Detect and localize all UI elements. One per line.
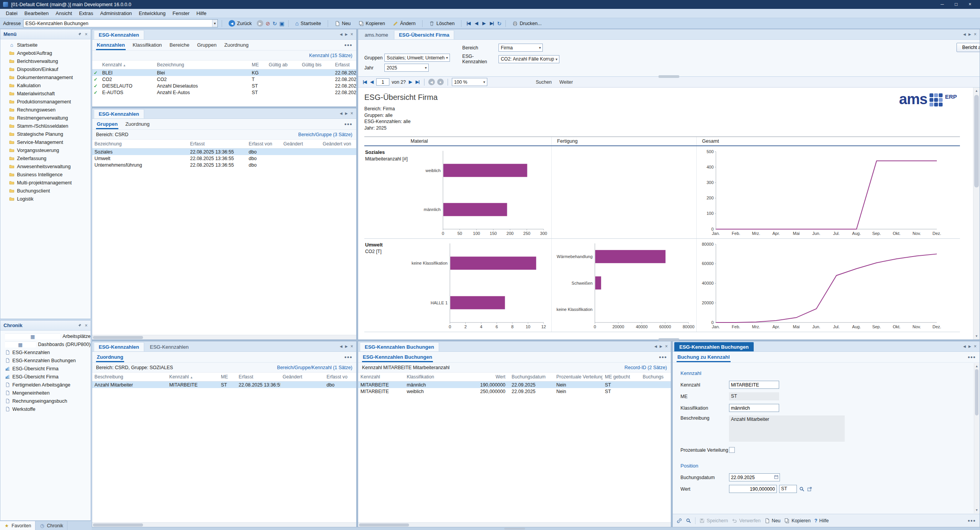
- record-count-link[interactable]: Record-ID (2 Sätze): [625, 365, 667, 370]
- table-row[interactable]: ✓DIESELAUTOAnzahl DieselautosST22.08.202…: [92, 83, 356, 89]
- reload-records-icon[interactable]: ↻: [497, 21, 502, 26]
- table-row[interactable]: MITARBEITEmännlich190,00000022.09.2025Ne…: [358, 381, 671, 388]
- tab-esg-kennzahlen-buchungen[interactable]: ESG-Kennzahlen Buchungen: [362, 352, 433, 362]
- sidebar-item-rechnungswesen[interactable]: Rechnungswesen: [0, 106, 91, 114]
- chronik-item-esg-kennzahlen-buchungen[interactable]: ESG-Kennzahlen Buchungen: [0, 356, 91, 365]
- open-record-icon[interactable]: [807, 486, 812, 492]
- column-header[interactable]: Buchungsdatum: [509, 374, 554, 380]
- column-header[interactable]: ME gebucht: [603, 374, 640, 380]
- column-header[interactable]: Kennzahl▲: [100, 62, 155, 68]
- scroll-up-icon[interactable]: ▲: [973, 88, 980, 94]
- bottom-tab-favoriten[interactable]: ★Favoriten: [0, 521, 35, 530]
- scroll-up-icon[interactable]: ▲: [974, 363, 979, 370]
- column-header[interactable]: Erfasst: [188, 141, 246, 147]
- more-options-icon[interactable]: ●●●: [344, 352, 352, 362]
- close-panel-icon[interactable]: ×: [350, 111, 353, 116]
- menu-extras[interactable]: Extras: [76, 9, 97, 18]
- prev-page-icon[interactable]: ◀: [370, 79, 374, 84]
- maximize-button[interactable]: □: [949, 0, 963, 9]
- last-page-icon[interactable]: ▶|: [415, 79, 420, 84]
- help-button[interactable]: ? Hilfe: [815, 518, 829, 523]
- scroll-tabs-left-icon[interactable]: ◀: [963, 32, 966, 36]
- page-number-input[interactable]: [376, 78, 389, 86]
- column-header[interactable]: Kennzahl▲: [167, 374, 219, 380]
- scrollbar-thumb[interactable]: [359, 523, 409, 527]
- klassifikation-input[interactable]: [729, 404, 779, 412]
- table-row[interactable]: ✓E-AUTOSAnzahl E-AutosST22.08.2025: [92, 89, 356, 96]
- close-panel-icon[interactable]: ×: [85, 323, 88, 328]
- pin-icon[interactable]: [77, 32, 82, 36]
- sidebar-item-strategische-planung[interactable]: Strategische Planung: [0, 130, 91, 138]
- address-combobox[interactable]: ESG-Kennzahlen Buchungen ▾: [23, 19, 218, 27]
- close-panel-icon[interactable]: ×: [974, 32, 977, 37]
- table-row[interactable]: Umwelt22.08.2025 13:36:55dbo: [92, 155, 356, 162]
- table-row[interactable]: Soziales22.08.2025 13:36:55dbo: [92, 149, 356, 155]
- search-icon[interactable]: [686, 518, 691, 523]
- scroll-down-icon[interactable]: ▼: [973, 333, 980, 339]
- panel-tab[interactable]: ESG-Kennzahlen: [145, 342, 194, 351]
- esg-kennzahlen-select[interactable]: CO2: Anzahl Fälle Korruption ur ▾: [498, 55, 559, 63]
- scroll-tabs-right-icon[interactable]: ▶: [968, 32, 971, 36]
- sidebar-item-angebot-auftrag[interactable]: Angebot/Auftrag: [0, 49, 91, 57]
- close-panel-icon[interactable]: ×: [85, 32, 88, 37]
- more-options-icon[interactable]: ●●●: [344, 119, 352, 129]
- buchungsdatum-input[interactable]: [729, 473, 780, 481]
- chronik-item-esg-übersicht-firma[interactable]: ESG-Übersicht Firma: [0, 365, 91, 373]
- sidebar-item-berichtsverwaltung[interactable]: Berichtsverwaltung: [0, 57, 91, 65]
- tab-klassifikation[interactable]: Klassifikation: [132, 40, 163, 50]
- sidebar-item-zeiterfassung[interactable]: Zeiterfassung: [0, 154, 91, 162]
- splitter-grip[interactable]: [658, 75, 679, 78]
- column-header[interactable]: Buchungs: [640, 374, 671, 380]
- gruppen-select[interactable]: Soziales; Umwelt; Unternehmer ▾: [384, 54, 450, 62]
- chronik-item-esg-kennzahlen[interactable]: ESG-Kennzahlen: [0, 348, 91, 356]
- jahr-select[interactable]: 2025 ▾: [384, 64, 429, 72]
- scroll-tabs-right-icon[interactable]: ▶: [660, 344, 662, 348]
- tab-buchung-zu-kennzahl[interactable]: Buchung zu Kennzahl: [677, 352, 731, 362]
- chronik-item-esg-übersicht-firma[interactable]: ESG-Übersicht Firma: [0, 373, 91, 381]
- more-options-icon[interactable]: ●●●: [659, 352, 667, 362]
- lookup-search-icon[interactable]: [799, 486, 805, 492]
- scrollbar-thumb[interactable]: [974, 95, 979, 187]
- new-button[interactable]: Neu: [764, 518, 781, 523]
- record-count-link[interactable]: Bereich/Gruppe/Kennzahl (1 Sätze): [277, 365, 352, 370]
- kennzahl-input[interactable]: [729, 381, 779, 389]
- table-row[interactable]: MITARBEITEweiblich250,00000022.09.2025Ne…: [358, 388, 671, 395]
- save-button[interactable]: Speichern: [699, 518, 728, 523]
- panel-tab[interactable]: ESG-Kennzahlen Buchungen: [674, 342, 754, 351]
- home-button[interactable]: ⌂ Startseite: [293, 20, 324, 27]
- sidebar-item-buchungsclient[interactable]: Buchungsclient: [0, 187, 91, 195]
- wert-input[interactable]: [729, 485, 777, 493]
- panel-tab[interactable]: ams.home: [360, 30, 393, 39]
- column-header[interactable]: Erfasst: [236, 374, 280, 380]
- column-header[interactable]: ME: [219, 374, 236, 380]
- table-row[interactable]: Anzahl MitarbeiterMITARBEITEST22.08.2025…: [92, 381, 356, 388]
- sidebar-item-startseite[interactable]: ⌂Startseite: [0, 41, 91, 49]
- column-header[interactable]: Geändert: [280, 374, 324, 380]
- table-row[interactable]: Unternehmensführung22.08.2025 13:36:55db…: [92, 162, 356, 168]
- discard-button[interactable]: Verwerfen: [732, 518, 760, 523]
- column-header[interactable]: Klassifikation: [404, 374, 476, 380]
- column-header[interactable]: Bezeichnung: [155, 62, 249, 68]
- sidebar-item-service-management[interactable]: Service-Management: [0, 138, 91, 146]
- panel-tab[interactable]: ESG-Kennzahlen: [94, 342, 144, 351]
- column-header[interactable]: Erfasst: [333, 62, 356, 68]
- menu-datei[interactable]: Datei: [2, 9, 21, 18]
- copy-button[interactable]: Kopieren: [784, 518, 810, 523]
- link-icon[interactable]: [677, 518, 682, 523]
- prev-record-icon[interactable]: ◀: [474, 21, 479, 26]
- first-page-icon[interactable]: |◀: [362, 79, 367, 84]
- scroll-down-icon[interactable]: ▼: [974, 507, 979, 513]
- stop-icon[interactable]: ●: [437, 79, 444, 85]
- column-header[interactable]: Erfasst von: [246, 141, 281, 147]
- column-header[interactable]: Wert: [476, 374, 509, 380]
- splitter-grip[interactable]: [504, 528, 525, 530]
- fullscreen-icon[interactable]: ▣: [280, 21, 285, 26]
- search-next-button[interactable]: Weiter: [559, 79, 573, 85]
- column-header[interactable]: Beschreibung: [92, 374, 167, 380]
- sidebar-item-restmengenverwaltung[interactable]: Restmengenverwaltung: [0, 114, 91, 122]
- more-options-button[interactable]: ●●●: [968, 518, 976, 523]
- column-header[interactable]: ME: [249, 62, 266, 68]
- horizontal-scrollbar[interactable]: [92, 335, 356, 339]
- column-header[interactable]: Gültig bis: [300, 62, 333, 68]
- close-panel-icon[interactable]: ×: [350, 32, 353, 37]
